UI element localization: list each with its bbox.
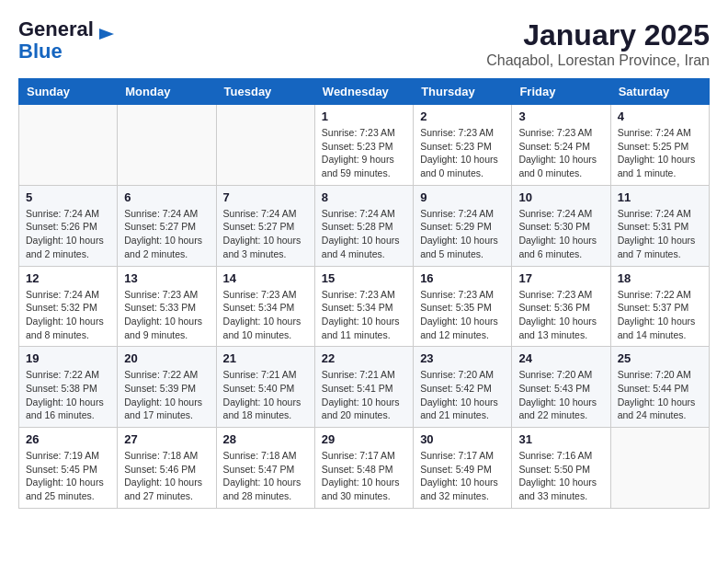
day-number: 8 — [322, 190, 406, 204]
calendar-cell: 21Sunrise: 7:21 AMSunset: 5:40 PMDayligh… — [216, 347, 314, 428]
calendar-cell — [216, 105, 314, 186]
day-number: 26 — [26, 432, 110, 446]
day-info: Sunrise: 7:24 AMSunset: 5:30 PMDaylight:… — [518, 207, 603, 261]
logo: GeneralBlue — [18, 18, 116, 63]
day-info: Sunrise: 7:20 AMSunset: 5:42 PMDaylight:… — [420, 368, 505, 422]
day-info: Sunrise: 7:24 AMSunset: 5:27 PMDaylight:… — [124, 207, 209, 261]
calendar-cell: 6Sunrise: 7:24 AMSunset: 5:27 PMDaylight… — [118, 185, 216, 266]
calendar-cell: 9Sunrise: 7:24 AMSunset: 5:29 PMDaylight… — [414, 185, 512, 266]
day-number: 25 — [618, 351, 702, 365]
day-info: Sunrise: 7:20 AMSunset: 5:43 PMDaylight:… — [518, 368, 603, 422]
day-number: 6 — [124, 190, 209, 204]
day-info: Sunrise: 7:23 AMSunset: 5:24 PMDaylight:… — [518, 126, 603, 180]
day-number: 9 — [420, 190, 505, 204]
day-info: Sunrise: 7:19 AMSunset: 5:45 PMDaylight:… — [26, 449, 110, 503]
day-info: Sunrise: 7:23 AMSunset: 5:34 PMDaylight:… — [223, 288, 308, 342]
day-info: Sunrise: 7:23 AMSunset: 5:35 PMDaylight:… — [420, 288, 505, 342]
weekday-header-saturday: Saturday — [610, 79, 709, 105]
day-number: 4 — [618, 109, 702, 123]
day-number: 23 — [420, 351, 505, 365]
day-info: Sunrise: 7:24 AMSunset: 5:31 PMDaylight:… — [618, 207, 702, 261]
calendar-cell: 19Sunrise: 7:22 AMSunset: 5:38 PMDayligh… — [19, 347, 118, 428]
calendar-cell: 17Sunrise: 7:23 AMSunset: 5:36 PMDayligh… — [512, 266, 610, 347]
day-info: Sunrise: 7:24 AMSunset: 5:29 PMDaylight:… — [420, 207, 505, 261]
calendar-cell: 2Sunrise: 7:23 AMSunset: 5:23 PMDaylight… — [414, 105, 512, 186]
day-info: Sunrise: 7:24 AMSunset: 5:25 PMDaylight:… — [618, 126, 702, 180]
day-info: Sunrise: 7:24 AMSunset: 5:28 PMDaylight:… — [322, 207, 406, 261]
day-number: 15 — [322, 271, 406, 285]
day-number: 29 — [322, 432, 406, 446]
calendar-cell: 26Sunrise: 7:19 AMSunset: 5:45 PMDayligh… — [19, 428, 118, 509]
day-number: 19 — [26, 351, 110, 365]
day-number: 31 — [518, 432, 603, 446]
day-number: 7 — [223, 190, 308, 204]
calendar-cell: 29Sunrise: 7:17 AMSunset: 5:48 PMDayligh… — [314, 428, 413, 509]
logo-text: GeneralBlue — [18, 18, 94, 63]
day-number: 17 — [518, 271, 603, 285]
calendar-cell: 27Sunrise: 7:18 AMSunset: 5:46 PMDayligh… — [118, 428, 216, 509]
day-info: Sunrise: 7:23 AMSunset: 5:23 PMDaylight:… — [420, 126, 505, 180]
calendar-cell: 10Sunrise: 7:24 AMSunset: 5:30 PMDayligh… — [512, 185, 610, 266]
day-number: 20 — [124, 351, 209, 365]
day-info: Sunrise: 7:16 AMSunset: 5:50 PMDaylight:… — [518, 449, 603, 503]
location-subtitle: Chaqabol, Lorestan Province, Iran — [486, 52, 710, 69]
calendar-week-row: 1Sunrise: 7:23 AMSunset: 5:23 PMDaylight… — [19, 105, 710, 186]
calendar-cell: 3Sunrise: 7:23 AMSunset: 5:24 PMDaylight… — [512, 105, 610, 186]
weekday-header-sunday: Sunday — [19, 79, 118, 105]
day-number: 12 — [26, 271, 110, 285]
calendar-week-row: 26Sunrise: 7:19 AMSunset: 5:45 PMDayligh… — [19, 428, 710, 509]
calendar-week-row: 5Sunrise: 7:24 AMSunset: 5:26 PMDaylight… — [19, 185, 710, 266]
day-info: Sunrise: 7:18 AMSunset: 5:47 PMDaylight:… — [223, 449, 308, 503]
calendar-cell — [19, 105, 118, 186]
day-info: Sunrise: 7:23 AMSunset: 5:33 PMDaylight:… — [124, 288, 209, 342]
day-number: 5 — [26, 190, 110, 204]
logo-arrow-icon — [97, 25, 116, 43]
weekday-header-monday: Monday — [118, 79, 216, 105]
day-number: 3 — [518, 109, 603, 123]
calendar-cell: 20Sunrise: 7:22 AMSunset: 5:39 PMDayligh… — [118, 347, 216, 428]
calendar-cell: 7Sunrise: 7:24 AMSunset: 5:27 PMDaylight… — [216, 185, 314, 266]
day-info: Sunrise: 7:23 AMSunset: 5:34 PMDaylight:… — [322, 288, 406, 342]
month-year-title: January 2025 — [486, 18, 710, 52]
title-section: January 2025 Chaqabol, Lorestan Province… — [486, 18, 710, 69]
calendar-cell: 1Sunrise: 7:23 AMSunset: 5:23 PMDaylight… — [314, 105, 413, 186]
calendar-cell: 30Sunrise: 7:17 AMSunset: 5:49 PMDayligh… — [414, 428, 512, 509]
calendar-cell: 13Sunrise: 7:23 AMSunset: 5:33 PMDayligh… — [118, 266, 216, 347]
calendar-cell: 4Sunrise: 7:24 AMSunset: 5:25 PMDaylight… — [610, 105, 709, 186]
calendar-cell: 15Sunrise: 7:23 AMSunset: 5:34 PMDayligh… — [314, 266, 413, 347]
day-info: Sunrise: 7:23 AMSunset: 5:36 PMDaylight:… — [518, 288, 603, 342]
day-number: 11 — [618, 190, 702, 204]
day-number: 16 — [420, 271, 505, 285]
day-info: Sunrise: 7:24 AMSunset: 5:26 PMDaylight:… — [26, 207, 110, 261]
weekday-header-wednesday: Wednesday — [314, 79, 413, 105]
calendar-week-row: 19Sunrise: 7:22 AMSunset: 5:38 PMDayligh… — [19, 347, 710, 428]
calendar-table: SundayMondayTuesdayWednesdayThursdayFrid… — [18, 78, 710, 509]
page-header: GeneralBlue January 2025 Chaqabol, Lores… — [18, 18, 710, 69]
calendar-cell: 14Sunrise: 7:23 AMSunset: 5:34 PMDayligh… — [216, 266, 314, 347]
svg-marker-0 — [99, 29, 114, 40]
day-number: 30 — [420, 432, 505, 446]
calendar-cell: 5Sunrise: 7:24 AMSunset: 5:26 PMDaylight… — [19, 185, 118, 266]
calendar-cell: 28Sunrise: 7:18 AMSunset: 5:47 PMDayligh… — [216, 428, 314, 509]
calendar-cell: 31Sunrise: 7:16 AMSunset: 5:50 PMDayligh… — [512, 428, 610, 509]
day-number: 1 — [322, 109, 406, 123]
calendar-week-row: 12Sunrise: 7:24 AMSunset: 5:32 PMDayligh… — [19, 266, 710, 347]
day-number: 24 — [518, 351, 603, 365]
day-number: 2 — [420, 109, 505, 123]
day-info: Sunrise: 7:24 AMSunset: 5:27 PMDaylight:… — [223, 207, 308, 261]
day-info: Sunrise: 7:18 AMSunset: 5:46 PMDaylight:… — [124, 449, 209, 503]
calendar-cell: 16Sunrise: 7:23 AMSunset: 5:35 PMDayligh… — [414, 266, 512, 347]
day-info: Sunrise: 7:22 AMSunset: 5:37 PMDaylight:… — [618, 288, 702, 342]
day-info: Sunrise: 7:21 AMSunset: 5:40 PMDaylight:… — [223, 368, 308, 422]
weekday-header-thursday: Thursday — [414, 79, 512, 105]
day-info: Sunrise: 7:24 AMSunset: 5:32 PMDaylight:… — [26, 288, 110, 342]
day-number: 27 — [124, 432, 209, 446]
day-number: 10 — [518, 190, 603, 204]
calendar-body: 1Sunrise: 7:23 AMSunset: 5:23 PMDaylight… — [19, 105, 710, 509]
weekday-header-tuesday: Tuesday — [216, 79, 314, 105]
calendar-header-row: SundayMondayTuesdayWednesdayThursdayFrid… — [19, 79, 710, 105]
day-number: 22 — [322, 351, 406, 365]
day-info: Sunrise: 7:20 AMSunset: 5:44 PMDaylight:… — [618, 368, 702, 422]
calendar-cell — [118, 105, 216, 186]
calendar-cell: 23Sunrise: 7:20 AMSunset: 5:42 PMDayligh… — [414, 347, 512, 428]
